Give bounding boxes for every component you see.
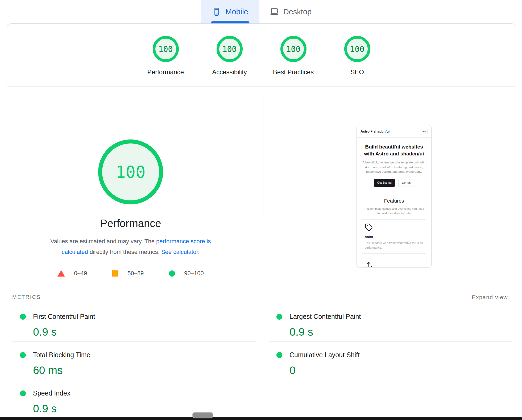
laptop-icon — [270, 7, 279, 17]
metric-label: Largest Contentful Paint — [289, 313, 361, 320]
category-label: Performance — [147, 68, 184, 76]
tab-mobile-label: Mobile — [225, 7, 248, 16]
metric-first-contentful-paint: First Contentful Paint 0.9 s — [12, 306, 256, 338]
tab-desktop[interactable]: Desktop — [260, 0, 321, 23]
tab-active-indicator — [211, 21, 250, 23]
accessibility-score-gauge: 100 — [217, 36, 243, 62]
category-label: Best Practices — [273, 68, 314, 76]
metrics-heading: METRICS — [12, 294, 41, 300]
divider — [269, 341, 512, 342]
metric-label: Cumulative Layout Shift — [289, 351, 360, 359]
scores-divider — [7, 86, 516, 87]
pass-dot-icon — [276, 352, 282, 358]
category-label: SEO — [350, 68, 364, 76]
thumb-features-title: Features — [357, 198, 431, 204]
score-range-legend: 0–49 50–89 90–100 — [7, 270, 254, 277]
performance-section-title: Performance — [7, 217, 254, 229]
smartphone-icon — [212, 7, 221, 16]
score-disclaimer: Values are estimated and may vary. The p… — [45, 236, 216, 257]
thumb-site-title: Astro + shadcn/ui — [361, 129, 390, 133]
thumb-get-started-button: Get Started — [374, 179, 395, 187]
metric-value: 0 — [289, 364, 512, 377]
performance-score-gauge: 100 — [153, 36, 179, 62]
disclaimer-text: Values are estimated and may vary. The — [51, 238, 156, 245]
legend-range: 90–100 — [184, 270, 204, 277]
tab-desktop-label: Desktop — [283, 7, 312, 16]
pass-dot-icon — [20, 352, 26, 358]
category-seo[interactable]: 100 SEO — [325, 36, 389, 76]
metric-label: First Contentful Paint — [33, 313, 95, 320]
metric-total-blocking-time: Total Blocking Time 60 ms — [12, 345, 256, 377]
pass-circle-icon — [169, 270, 175, 277]
thumb-feature-card-shadcn: shadcn/ui — [361, 258, 427, 267]
category-label: Accessibility — [212, 68, 247, 76]
metric-largest-contentful-paint: Largest Contentful Paint 0.9 s — [269, 306, 512, 338]
thumb-features-text: This template comes with everything you … — [357, 207, 431, 215]
category-accessibility[interactable]: 100 Accessibility — [198, 36, 262, 76]
thumb-hero-title: Build beautiful websites with Astro and … — [357, 143, 431, 157]
metric-value: 0.9 s — [33, 326, 256, 338]
metric-cumulative-layout-shift: Cumulative Layout Shift 0 — [269, 345, 512, 377]
drag-handle[interactable] — [192, 412, 213, 418]
seo-score-gauge: 100 — [344, 36, 370, 62]
divider — [12, 380, 256, 380]
thumb-hero-text: A beautiful, modern website template bui… — [357, 160, 431, 174]
category-performance[interactable]: 100 Performance — [134, 36, 198, 76]
pass-dot-icon — [20, 390, 26, 396]
best-practices-score-gauge: 100 — [280, 36, 306, 62]
average-square-icon — [112, 270, 118, 277]
fail-triangle-icon — [57, 270, 65, 277]
tab-mobile[interactable]: Mobile — [201, 0, 259, 23]
divider — [12, 304, 256, 304]
tag-icon — [365, 223, 423, 231]
legend-item-fail: 0–49 — [57, 270, 87, 277]
thumb-feature-card-astro: Astro Fast, modern web framework with a … — [361, 219, 427, 254]
category-best-practices[interactable]: 100 Best Practices — [262, 36, 325, 76]
device-tabbar: Mobile Desktop — [0, 0, 522, 23]
legend-item-average: 50–89 — [112, 270, 144, 277]
legend-range: 0–49 — [74, 270, 87, 277]
metric-label: Speed Index — [33, 389, 70, 397]
divider — [269, 304, 512, 304]
expand-view-button[interactable]: Expand view — [472, 294, 508, 300]
share-icon — [365, 262, 423, 267]
thumb-card-title: Astro — [365, 235, 423, 239]
page-screenshot-thumbnail[interactable]: Astro + shadcn/ui Build beautiful websit… — [357, 125, 432, 267]
metric-label: Total Blocking Time — [33, 351, 90, 359]
thumb-card-description: Fast, modern web framework with a focus … — [365, 241, 423, 250]
performance-main-gauge: 100 — [98, 139, 163, 204]
sun-icon — [421, 128, 428, 135]
divider — [12, 341, 256, 342]
metric-value: 0.9 s — [289, 326, 512, 338]
thumb-site-header: Astro + shadcn/ui — [357, 125, 431, 138]
metric-value: 0.9 s — [33, 402, 256, 415]
metric-speed-index: Speed Index 0.9 s — [12, 383, 256, 415]
pass-dot-icon — [20, 314, 26, 320]
column-divider — [263, 94, 263, 219]
thumb-github-button: GitHub — [398, 179, 415, 187]
pass-dot-icon — [276, 314, 282, 320]
calculator-link[interactable]: See calculator. — [161, 249, 200, 255]
disclaimer-text: directly from these metrics. — [88, 249, 161, 255]
category-scores-row: 100 Performance 100 Accessibility 100 Be… — [7, 36, 516, 76]
thumb-hero-buttons: Get Started GitHub — [357, 179, 431, 187]
metric-value: 60 ms — [33, 364, 256, 377]
legend-item-pass: 90–100 — [169, 270, 204, 277]
bottom-bar — [0, 417, 522, 420]
report-card: 100 Performance 100 Accessibility 100 Be… — [7, 23, 516, 420]
legend-range: 50–89 — [127, 270, 144, 277]
